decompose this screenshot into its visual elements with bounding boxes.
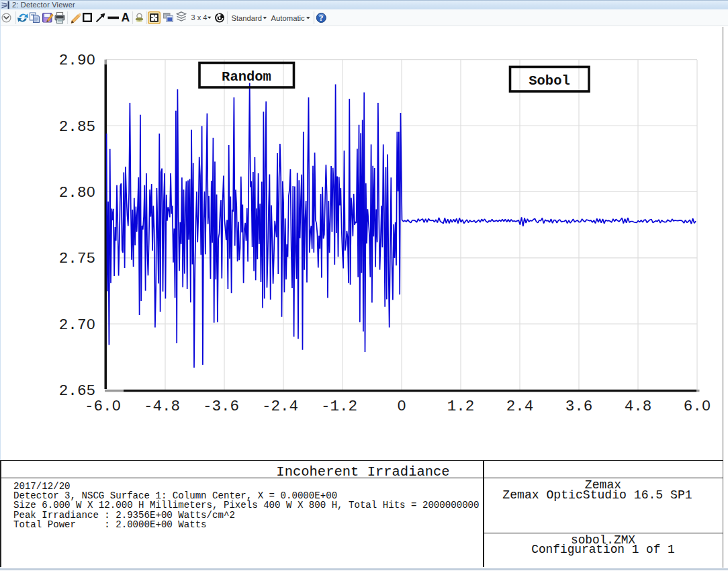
svg-text:Automatic: Automatic [271,14,306,22]
svg-text:-4.8: -4.8 [144,398,180,415]
svg-text:1.2: 1.2 [447,398,475,415]
svg-text:Random: Random [222,69,271,85]
svg-text:Sobol: Sobol [529,73,570,89]
svg-text:2.4: 2.4 [506,398,534,415]
svg-text:-3.6: -3.6 [203,398,239,415]
svg-text:Standard: Standard [232,14,262,22]
svg-text:A: A [121,11,130,24]
svg-text:3 x 4: 3 x 4 [191,13,208,21]
svg-text:-2.4: -2.4 [262,398,298,415]
svg-text:2.75: 2.75 [59,250,95,267]
svg-text:2.85: 2.85 [59,118,95,136]
svg-text:-1.2: -1.2 [321,398,357,415]
svg-text:3.6: 3.6 [565,398,593,415]
svg-text:?: ? [319,13,324,23]
svg-text:4.8: 4.8 [625,398,652,415]
